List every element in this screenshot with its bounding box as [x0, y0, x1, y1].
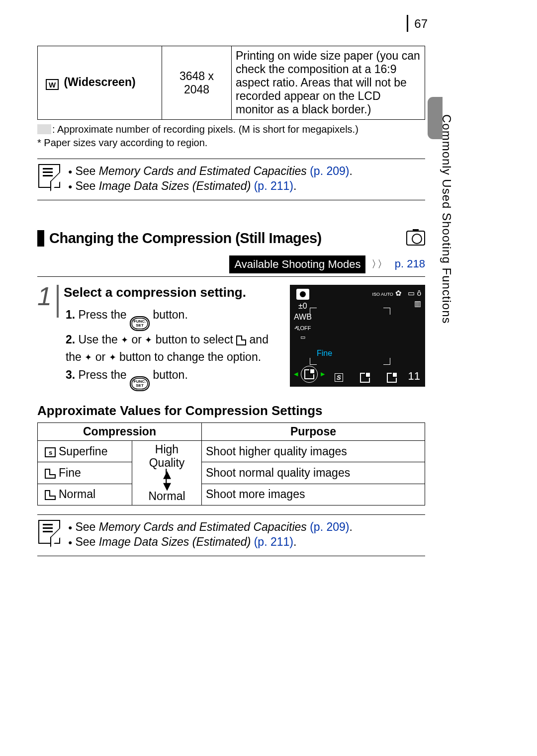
lcd-awb: AWB — [294, 313, 312, 322]
substep-2: 2. Use the ✦ or ✦ button to select and t… — [66, 331, 285, 366]
step-title: Select a compression setting. — [64, 285, 285, 300]
step-number: 1 — [37, 285, 59, 318]
widescreen-label: (Widescreen) — [64, 76, 135, 88]
note-box-1: See Memory Cards and Estimated Capacitie… — [37, 159, 425, 200]
fine-purpose: Shoot normal quality images — [202, 462, 425, 484]
footnote-1: : Approximate number of recording pixels… — [52, 124, 358, 135]
lcd-selection-circle — [301, 366, 318, 383]
note-line-1: See Memory Cards and Estimated Capacitie… — [68, 164, 353, 179]
section-heading: Changing the Compression (Still Images) — [37, 230, 425, 247]
superfine-purpose: Shoot higher quality images — [202, 441, 425, 462]
step-1: 1 Select a compression setting. 1. Press… — [37, 285, 425, 391]
page-ref-209-b[interactable]: (p. 209) — [310, 520, 349, 533]
lcd-ev: ±0 — [298, 302, 307, 311]
func-set-button-icon: FUNC.SET — [130, 316, 150, 331]
lcd-camera-icon — [296, 289, 309, 300]
func-set-button-icon: FUNC.SET — [130, 376, 150, 391]
lcd-preview: ±0 AWB ዲOFF ▭ ISO AUTO ✿ ▭ ô ▥ Fine ◀ ▶ … — [290, 285, 425, 387]
fine-label: Fine — [59, 466, 81, 479]
widescreen-icon: W — [46, 79, 59, 90]
lcd-battery-icon: ▥ — [414, 299, 421, 308]
compression-icon — [236, 336, 246, 345]
th-purpose: Purpose — [202, 423, 425, 441]
down-arrow-icon: ✦ — [145, 335, 152, 345]
grey-legend-box — [37, 124, 51, 134]
scale-normal: Normal — [136, 490, 197, 503]
normal-icon — [45, 490, 56, 500]
page-ref-211[interactable]: (p. 211) — [254, 179, 293, 192]
fine-icon — [45, 469, 56, 479]
superfine-label: Superfine — [59, 445, 107, 458]
note-box-2: See Memory Cards and Estimated Capacitie… — [37, 514, 425, 556]
note-line-4: See Image Data Sizes (Estimated) (p. 211… — [68, 535, 353, 550]
normal-purpose: Shoot more images — [202, 484, 425, 505]
sidebar-section-label: Commonly Used Shooting Functions — [440, 114, 453, 324]
note-line-3: See Memory Cards and Estimated Capacitie… — [68, 520, 353, 535]
compression-table: Compression Purpose Superfine High Quali… — [37, 422, 425, 505]
page-ref-211-b[interactable]: (p. 211) — [254, 535, 293, 548]
lcd-shots-remaining: 11 — [408, 370, 420, 383]
note-icon — [38, 164, 60, 188]
shooting-modes-badge: Available Shooting Modes — [229, 255, 365, 273]
superfine-icon — [45, 447, 56, 457]
page-content: W (Widescreen) 3648 x 2048 Printing on w… — [37, 46, 425, 556]
shooting-modes-link[interactable]: 〉〉 p. 218 — [371, 257, 425, 271]
left-arrow-icon: ✦ — [85, 352, 92, 362]
shooting-modes-row: Available Shooting Modes 〉〉 p. 218 — [37, 255, 425, 277]
compression-values-subheading: Approximate Values for Compression Setti… — [37, 403, 425, 419]
lcd-bottom-icons: S — [335, 373, 397, 383]
lcd-fine-label: Fine — [317, 349, 332, 358]
th-compression: Compression — [38, 423, 202, 441]
substep-1: 1. Press the FUNC.SET button. — [66, 306, 285, 331]
lcd-top-right-icons: ISO AUTO ✿ ▭ ô — [372, 289, 421, 298]
camera-icon — [406, 231, 425, 246]
right-triangle-icon: ▶ — [321, 371, 325, 377]
heading-text: Changing the Compression (Still Images) — [49, 230, 322, 247]
note-line-2: See Image Data Sizes (Estimated) (p. 211… — [68, 179, 353, 194]
page-ref-209[interactable]: (p. 209) — [310, 165, 349, 177]
substep-3: 3. Press the FUNC.SET button. — [66, 366, 285, 391]
widescreen-description: Printing on wide size paper (you can che… — [232, 46, 425, 120]
normal-label: Normal — [59, 488, 95, 501]
footnote-2: * Paper sizes vary according to region. — [37, 136, 425, 150]
widescreen-table: W (Widescreen) 3648 x 2048 Printing on w… — [37, 46, 425, 120]
lcd-off: ዲOFF — [294, 324, 311, 332]
up-arrow-icon: ✦ — [121, 335, 128, 345]
left-triangle-icon: ◀ — [294, 371, 298, 377]
widescreen-resolution: 3648 x 2048 — [162, 46, 232, 120]
page-number: 67 — [407, 15, 428, 32]
note-icon — [38, 520, 60, 544]
scale-down-arrow-icon: ▾ — [136, 482, 197, 490]
footnotes: : Approximate number of recording pixels… — [37, 123, 425, 150]
right-arrow-icon: ✦ — [109, 352, 116, 362]
